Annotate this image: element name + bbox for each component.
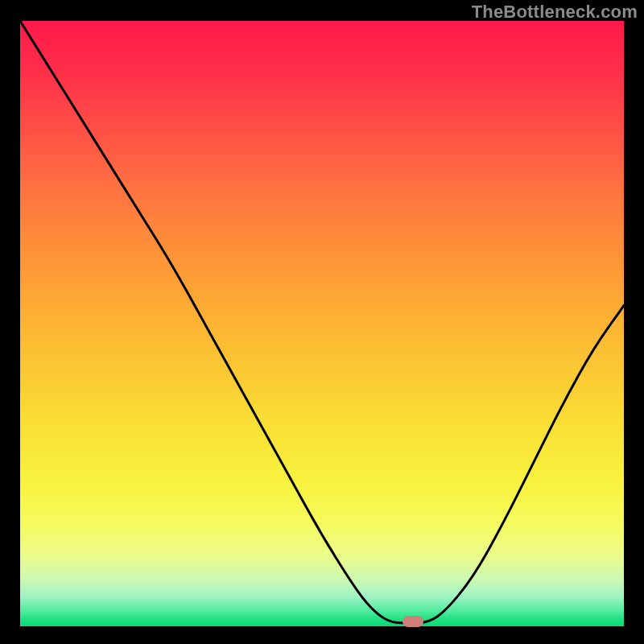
plot-area	[20, 21, 624, 626]
chart-stage: TheBottleneck.com	[0, 0, 644, 644]
watermark-label: TheBottleneck.com	[472, 2, 638, 23]
curve-path	[20, 21, 624, 623]
curve-marker	[402, 616, 423, 627]
curve-svg	[20, 21, 624, 626]
